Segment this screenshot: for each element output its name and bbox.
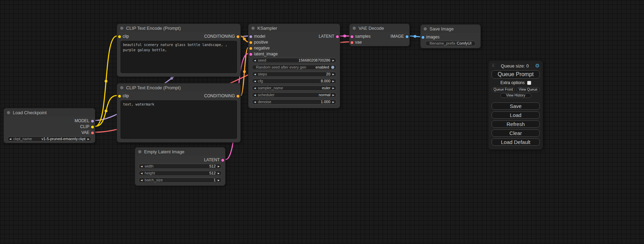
- output-label-latent: LATENT: [204, 157, 220, 163]
- arrow-left-icon[interactable]: ◀: [141, 164, 142, 169]
- node-title-bar[interactable]: CLIP Text Encode (Prompt): [117, 24, 240, 32]
- refresh-button[interactable]: Refresh: [492, 120, 540, 128]
- node-title-bar[interactable]: VAE Decode: [350, 24, 409, 32]
- input-label-samples: samples: [355, 34, 371, 39]
- widget-scheduler[interactable]: ◀ scheduler normal ▶: [252, 92, 336, 98]
- arrow-right-icon[interactable]: ▶: [333, 86, 334, 90]
- node-clip-text-encode-negative[interactable]: CLIP Text Encode (Prompt) clip CONDITION…: [117, 83, 241, 143]
- output-slot-conditioning[interactable]: [237, 95, 239, 98]
- input-slot-vae[interactable]: [351, 41, 353, 44]
- arrow-left-icon[interactable]: ◀: [141, 178, 142, 182]
- arrow-right-icon[interactable]: ▶: [333, 72, 334, 76]
- arrow-right-icon[interactable]: ▶: [218, 171, 220, 175]
- arrow-right-icon[interactable]: ▶: [333, 79, 334, 83]
- input-slot-samples[interactable]: [351, 35, 353, 38]
- widget-cfg[interactable]: ◀ cfg 8.000 ▶: [252, 79, 336, 84]
- input-slot-images[interactable]: [422, 36, 424, 39]
- input-slot-clip[interactable]: [118, 95, 121, 98]
- output-slot-conditioning[interactable]: [237, 35, 239, 38]
- arrow-right-icon[interactable]: ▶: [88, 137, 89, 141]
- widget-batch-size[interactable]: ◀ batch_size 1 ▶: [139, 178, 222, 183]
- widget-random-seed[interactable]: Random seed after every gen enabled: [252, 65, 336, 70]
- input-slot-clip[interactable]: [118, 35, 121, 38]
- link-midpoint-dot: [105, 80, 107, 83]
- widget-height[interactable]: ◀ height 512 ▶: [139, 171, 222, 176]
- load-default-button[interactable]: Load Default: [492, 138, 540, 146]
- arrow-left-icon[interactable]: ◀: [141, 171, 142, 175]
- arrow-left-icon[interactable]: ◀: [254, 93, 256, 97]
- view-queue-button[interactable]: View Queue: [517, 87, 540, 92]
- collapse-dot-icon[interactable]: [353, 27, 356, 30]
- node-save-image[interactable]: Save Image images filename_prefix ComfyU…: [420, 24, 481, 48]
- clear-button[interactable]: Clear: [492, 129, 540, 137]
- output-label-image: IMAGE: [390, 34, 404, 39]
- node-title-bar[interactable]: KSampler: [248, 24, 340, 32]
- widget-value: normal: [319, 93, 330, 97]
- arrow-right-icon[interactable]: ▶: [333, 58, 334, 63]
- node-title-bar[interactable]: Save Image: [421, 25, 480, 33]
- widget-value: 512: [209, 164, 215, 169]
- input-slot-negative[interactable]: [249, 47, 252, 50]
- collapse-dot-icon[interactable]: [120, 86, 123, 89]
- output-slot-image[interactable]: [406, 35, 408, 38]
- load-button[interactable]: Load: [492, 111, 540, 119]
- arrow-left-icon[interactable]: ◀: [9, 137, 11, 141]
- arrow-right-icon[interactable]: ▶: [333, 93, 334, 97]
- arrow-left-icon[interactable]: ◀: [254, 100, 256, 104]
- arrow-right-icon[interactable]: ▶: [333, 100, 334, 104]
- widget-sampler-name[interactable]: ◀ sampler_name euler ▶: [252, 85, 336, 91]
- node-empty-latent-image[interactable]: Empty Latent Image LATENT ◀ width 512 ▶ …: [135, 147, 226, 186]
- view-history-button[interactable]: View History: [500, 93, 531, 98]
- prompt-textarea[interactable]: text, watermark: [121, 100, 237, 139]
- output-slot-latent[interactable]: [221, 159, 224, 162]
- collapse-dot-icon[interactable]: [120, 27, 123, 30]
- node-title-bar[interactable]: Empty Latent Image: [135, 147, 225, 156]
- widget-label: batch_size: [144, 178, 163, 182]
- node-clip-text-encode-positive[interactable]: CLIP Text Encode (Prompt) clip CONDITION…: [117, 24, 241, 77]
- output-slot-model[interactable]: [91, 120, 94, 123]
- node-vae-decode[interactable]: VAE Decode samples IMAGE vae: [349, 24, 410, 46]
- arrow-left-icon[interactable]: ◀: [254, 72, 256, 76]
- arrow-right-icon[interactable]: ▶: [218, 164, 220, 169]
- input-slot-latent-image[interactable]: [249, 53, 252, 56]
- arrow-left-icon[interactable]: ◀: [254, 58, 256, 63]
- collapse-dot-icon[interactable]: [138, 150, 141, 153]
- queue-prompt-button[interactable]: Queue Prompt: [492, 70, 540, 79]
- gear-icon[interactable]: ⚙: [535, 63, 540, 69]
- queue-front-button[interactable]: Queue Front: [492, 87, 515, 92]
- widget-label: height: [144, 171, 155, 175]
- widget-value: euler: [322, 86, 330, 90]
- output-slot-clip[interactable]: [91, 126, 94, 128]
- node-load-checkpoint[interactable]: Load Checkpoint MODEL CLIP VAE ◀ ckpt_na…: [3, 108, 95, 143]
- output-label-latent: LATENT: [319, 34, 334, 39]
- collapse-dot-icon[interactable]: [424, 27, 427, 30]
- node-graph-canvas[interactable]: Load Checkpoint MODEL CLIP VAE ◀ ckpt_na…: [0, 0, 644, 244]
- input-slot-positive[interactable]: [249, 41, 252, 44]
- output-slot-vae[interactable]: [91, 132, 94, 134]
- node-title-bar[interactable]: CLIP Text Encode (Prompt): [117, 83, 240, 92]
- widget-label: seed: [258, 58, 266, 63]
- toggle-icon[interactable]: [331, 66, 334, 69]
- arrow-left-icon[interactable]: ◀: [254, 86, 256, 90]
- prompt-textarea[interactable]: beautiful scenery nature glass bottle la…: [121, 41, 237, 73]
- widget-seed[interactable]: ◀ seed 156680208700286 ▶: [252, 58, 336, 63]
- widget-ckpt-name[interactable]: ◀ ckpt_name v1-5-pruned-emaonly.ckpt ▶: [7, 136, 91, 142]
- extra-options-checkbox[interactable]: [527, 81, 531, 85]
- widget-steps[interactable]: ◀ steps 20 ▶: [252, 72, 336, 77]
- comfy-menu-panel[interactable]: ⠿ Queue size:0 ⚙ Queue Prompt Extra opti…: [488, 61, 543, 150]
- save-button[interactable]: Save: [492, 102, 540, 110]
- widget-denoise[interactable]: ◀ denoise 1.000 ▶: [252, 99, 336, 105]
- widget-filename-prefix[interactable]: filename_prefix ComfyUI: [425, 41, 476, 46]
- widget-label: filename_prefix: [430, 41, 456, 46]
- arrow-right-icon[interactable]: ▶: [218, 178, 220, 182]
- node-title-bar[interactable]: Load Checkpoint: [4, 108, 95, 117]
- collapse-dot-icon[interactable]: [252, 27, 255, 30]
- output-slot-latent[interactable]: [336, 35, 339, 38]
- node-ksampler[interactable]: KSampler model LATENT positive negative …: [248, 24, 340, 108]
- input-slot-model[interactable]: [249, 35, 252, 38]
- drag-handle-icon[interactable]: ⠿: [492, 63, 495, 68]
- widget-label: Random seed after every gen: [256, 65, 306, 70]
- collapse-dot-icon[interactable]: [7, 111, 10, 114]
- widget-width[interactable]: ◀ width 512 ▶: [139, 164, 222, 169]
- arrow-left-icon[interactable]: ◀: [254, 79, 256, 83]
